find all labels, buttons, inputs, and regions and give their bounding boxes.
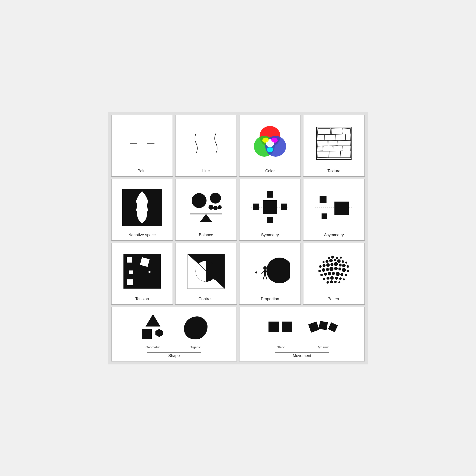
shape-bracket-row — [147, 350, 201, 353]
asymmetry-label: Asymmetry — [324, 233, 344, 237]
svg-marker-25 — [333, 146, 343, 151]
contrast-label: Contrast — [199, 297, 213, 301]
svg-point-111 — [338, 281, 340, 283]
svg-point-70 — [336, 257, 338, 259]
shape-organic-section: Organic — [179, 312, 211, 349]
svg-rect-41 — [267, 191, 273, 198]
svg-point-77 — [342, 260, 344, 263]
main-grid: Point Line — [108, 112, 368, 364]
svg-marker-112 — [146, 314, 160, 327]
svg-point-108 — [327, 281, 329, 284]
svg-marker-37 — [200, 214, 212, 222]
card-tension: Tension — [111, 243, 173, 305]
static-svg — [265, 312, 297, 344]
point-label: Point — [138, 169, 147, 173]
svg-point-79 — [319, 265, 322, 268]
symmetry-visual — [242, 184, 298, 231]
svg-marker-22 — [338, 140, 351, 146]
balance-svg — [186, 189, 226, 226]
svg-point-10 — [267, 147, 273, 152]
svg-rect-115 — [268, 322, 279, 332]
svg-point-91 — [334, 267, 338, 270]
texture-visual — [306, 120, 361, 167]
movement-visual: Static Dynamic — [242, 312, 361, 349]
tension-svg — [122, 253, 162, 290]
svg-point-102 — [323, 278, 325, 280]
svg-point-68 — [328, 257, 330, 259]
svg-point-61 — [263, 266, 267, 270]
organic-svg — [179, 312, 211, 344]
contrast-visual — [178, 248, 234, 295]
svg-rect-116 — [282, 322, 292, 332]
svg-point-89 — [326, 268, 329, 271]
dynamic-label: Dynamic — [317, 345, 329, 349]
card-pattern: Pattern — [303, 243, 365, 305]
svg-line-66 — [266, 275, 267, 279]
svg-point-99 — [336, 272, 340, 276]
negative-space-label: Negative space — [128, 233, 156, 237]
svg-rect-117 — [308, 321, 319, 332]
asymmetry-svg — [314, 189, 354, 226]
svg-marker-16 — [317, 134, 324, 140]
svg-rect-62 — [264, 270, 266, 275]
tension-visual — [115, 248, 170, 295]
svg-point-83 — [334, 262, 338, 266]
svg-rect-42 — [267, 217, 273, 223]
svg-point-109 — [330, 280, 333, 283]
svg-point-104 — [330, 276, 334, 280]
svg-point-73 — [326, 260, 328, 263]
svg-point-74 — [329, 259, 333, 262]
svg-marker-24 — [323, 146, 333, 151]
line-label: Line — [202, 169, 210, 173]
svg-point-31 — [192, 193, 207, 208]
card-asymmetry: Asymmetry — [303, 179, 365, 241]
svg-point-107 — [343, 278, 345, 280]
shape-label: Shape — [168, 354, 180, 358]
svg-marker-114 — [155, 329, 163, 337]
svg-point-106 — [339, 277, 342, 280]
color-svg — [251, 126, 289, 161]
svg-point-93 — [342, 268, 346, 272]
svg-point-88 — [322, 268, 325, 272]
svg-point-96 — [324, 273, 327, 276]
symmetry-svg — [250, 189, 290, 226]
svg-point-33 — [208, 205, 213, 210]
svg-marker-29 — [340, 151, 351, 158]
texture-label: Texture — [327, 169, 340, 173]
svg-rect-44 — [281, 204, 287, 210]
balance-visual — [178, 184, 234, 231]
shape-geometric-section: Geometric — [137, 312, 169, 349]
svg-marker-20 — [317, 140, 328, 146]
svg-point-54 — [149, 271, 150, 273]
svg-point-80 — [323, 264, 326, 267]
svg-point-34 — [213, 206, 218, 210]
geometric-label: Geometric — [146, 345, 160, 349]
movement-bracket-row — [275, 350, 329, 353]
line-svg — [189, 126, 223, 161]
texture-svg — [315, 126, 353, 161]
movement-static-section: Static — [265, 312, 297, 349]
svg-point-92 — [338, 268, 341, 270]
svg-marker-28 — [329, 151, 340, 158]
svg-rect-47 — [334, 202, 349, 215]
svg-rect-51 — [127, 257, 132, 263]
svg-marker-26 — [343, 146, 351, 151]
card-shape: Geometric Organic Shape — [111, 307, 237, 361]
svg-rect-40 — [263, 200, 277, 214]
svg-point-35 — [218, 205, 222, 209]
svg-marker-19 — [345, 134, 351, 141]
shape-visual: Geometric Organic — [115, 312, 234, 349]
svg-point-81 — [326, 263, 330, 267]
negative-space-svg — [122, 189, 162, 226]
svg-rect-113 — [142, 329, 152, 339]
pattern-visual — [306, 248, 361, 295]
shape-bracket: Shape — [147, 350, 201, 358]
svg-rect-53 — [129, 270, 133, 274]
svg-point-32 — [210, 193, 221, 204]
svg-point-84 — [339, 264, 342, 267]
svg-point-105 — [335, 277, 338, 280]
svg-point-78 — [345, 262, 347, 264]
svg-point-100 — [340, 273, 343, 276]
svg-point-90 — [329, 267, 333, 271]
color-visual — [242, 120, 298, 167]
